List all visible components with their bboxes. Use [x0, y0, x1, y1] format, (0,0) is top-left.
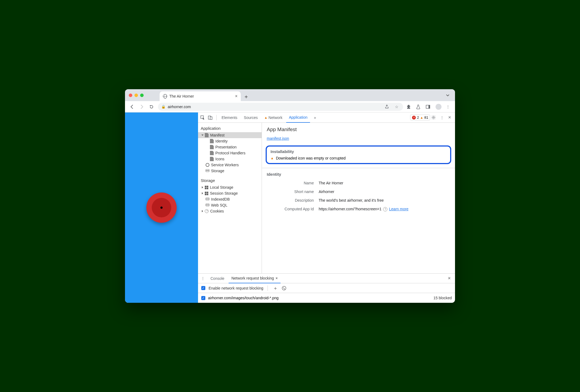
close-devtools-button[interactable]: ×	[446, 115, 453, 120]
cookie-icon	[205, 209, 209, 213]
svg-rect-4	[210, 117, 212, 119]
sidebar-item-protocol-handlers[interactable]: Protocol Handlers	[198, 150, 262, 156]
blocked-count: 15 blocked	[433, 296, 452, 300]
add-pattern-button[interactable]: ＋	[272, 285, 279, 291]
warning-icon: ▲	[264, 116, 268, 119]
browser-tab[interactable]: The Air Horner ×	[160, 91, 241, 101]
more-tabs-button[interactable]: »	[311, 112, 319, 123]
disclosure-triangle-icon	[202, 210, 203, 212]
extensions-icon[interactable]	[406, 104, 413, 109]
help-icon[interactable]: ?	[383, 207, 387, 211]
issues-badge[interactable]: ×2 ▲81	[410, 115, 430, 120]
sidebar-item-presentation[interactable]: Presentation	[198, 144, 262, 150]
error-icon: ×	[412, 116, 416, 119]
installability-section: Installability ▲ Downloaded icon was emp…	[266, 145, 451, 164]
close-drawer-tab-button[interactable]: ×	[276, 276, 278, 280]
labs-icon[interactable]	[416, 104, 423, 109]
file-icon	[210, 139, 214, 143]
field-value-description: The world's best airhorner, and it's fre…	[319, 198, 384, 202]
sidebar-item-identity[interactable]: Identity	[198, 138, 262, 144]
file-icon	[210, 157, 214, 161]
share-icon[interactable]	[385, 105, 391, 109]
profile-avatar[interactable]	[436, 104, 441, 110]
database-icon	[206, 169, 209, 172]
airhorn-button[interactable]	[146, 192, 177, 223]
database-icon	[206, 204, 209, 207]
back-button[interactable]	[129, 104, 135, 109]
file-icon	[210, 145, 214, 149]
remove-all-patterns-button[interactable]	[282, 286, 286, 290]
new-tab-button[interactable]: ＋	[243, 93, 249, 100]
address-bar: 🔒 airhorner.com ☆ ⋮	[125, 101, 455, 112]
field-label-description: Description	[267, 198, 319, 202]
installability-message: Downloaded icon was empty or corrupted	[276, 156, 346, 160]
field-value-name: The Air Horner	[319, 181, 343, 185]
settings-icon[interactable]	[431, 115, 438, 120]
close-tab-button[interactable]: ×	[235, 94, 238, 99]
drawer-tab-strip: ⋮ Console Network request blocking× ×	[198, 274, 455, 283]
minimize-window-button[interactable]	[134, 94, 138, 97]
warning-icon: ▲	[420, 116, 423, 119]
sidebar-item-indexeddb[interactable]: IndexedDB	[198, 196, 262, 202]
reload-button[interactable]	[148, 104, 155, 109]
disclosure-triangle-icon	[202, 186, 203, 188]
block-pattern-row[interactable]: ✓ airhorner.com/images/touch/android-*.p…	[198, 293, 455, 303]
drawer-tab-console[interactable]: Console	[208, 274, 227, 283]
lock-icon: 🔒	[161, 105, 166, 109]
tab-network[interactable]: ▲Network	[262, 112, 285, 123]
devtools-body: Application Manifest Identity Presentati…	[198, 123, 455, 273]
sidebar-item-local-storage[interactable]: Local Storage	[198, 184, 262, 190]
close-drawer-button[interactable]: ×	[445, 275, 453, 281]
manifest-link[interactable]: manifest.json	[267, 136, 289, 141]
devtools-panel: Elements Sources ▲Network Application » …	[198, 112, 455, 303]
warning-icon: ▲	[271, 156, 274, 160]
svg-point-5	[433, 117, 434, 118]
browser-window: The Air Horner × ＋ 🔒 airhorner.com ☆ ⋮	[125, 89, 455, 303]
page-viewport	[125, 112, 198, 303]
enable-blocking-checkbox[interactable]: ✓	[201, 286, 205, 290]
file-icon	[205, 133, 209, 137]
drawer-tab-network-blocking[interactable]: Network request blocking×	[229, 274, 280, 283]
forward-button[interactable]	[139, 104, 145, 109]
disclosure-triangle-icon	[202, 135, 204, 136]
bookmark-icon[interactable]: ☆	[393, 105, 400, 109]
field-value-app-id: https://airhorner.com/?homescreen=1?Lear…	[319, 207, 408, 211]
omnibox[interactable]: 🔒 airhorner.com ☆	[158, 103, 403, 111]
svg-rect-1	[429, 105, 430, 108]
learn-more-link[interactable]: Learn more	[389, 207, 408, 211]
globe-icon	[163, 94, 167, 98]
device-toolbar-icon[interactable]	[208, 115, 214, 120]
gear-icon	[206, 163, 209, 167]
pattern-enabled-checkbox[interactable]: ✓	[201, 296, 205, 300]
storage-icon	[205, 186, 208, 189]
sidebar-item-service-workers[interactable]: Service Workers	[198, 162, 262, 168]
identity-section: Identity NameThe Air Horner Short nameAi…	[262, 168, 455, 217]
maximize-window-button[interactable]	[140, 94, 144, 97]
field-label-name: Name	[267, 181, 319, 185]
sidebar-item-icons[interactable]: Icons	[198, 156, 262, 162]
enable-blocking-label: Enable network request blocking	[209, 286, 263, 290]
devtools-drawer: ⋮ Console Network request blocking× × ✓ …	[198, 273, 455, 303]
pattern-text: airhorner.com/images/touch/android-*.png	[208, 296, 279, 300]
sidebar-item-session-storage[interactable]: Session Storage	[198, 190, 262, 196]
identity-heading: Identity	[267, 172, 450, 177]
sidebar-item-storage[interactable]: Storage	[198, 168, 262, 174]
sidebar-item-manifest[interactable]: Manifest	[198, 132, 262, 138]
devtools-menu-button[interactable]: ⋮	[439, 115, 445, 120]
tab-elements[interactable]: Elements	[219, 112, 240, 123]
sidebar-item-websql[interactable]: Web SQL	[198, 202, 262, 208]
tab-application[interactable]: Application	[286, 112, 310, 123]
manifest-main-panel: App Manifest manifest.json Installabilit…	[262, 123, 455, 273]
disclosure-triangle-icon	[202, 192, 203, 194]
chrome-menu-button[interactable]: ⋮	[445, 105, 451, 109]
tabs-dropdown-button[interactable]	[446, 93, 450, 97]
side-panel-icon[interactable]	[426, 105, 432, 109]
drawer-menu-button[interactable]: ⋮	[200, 276, 206, 281]
window-controls	[129, 94, 144, 97]
inspect-element-icon[interactable]	[200, 115, 207, 120]
tab-sources[interactable]: Sources	[241, 112, 260, 123]
close-window-button[interactable]	[129, 94, 132, 97]
file-icon	[210, 151, 214, 155]
sidebar-item-cookies[interactable]: Cookies	[198, 208, 262, 214]
content-area: Elements Sources ▲Network Application » …	[125, 112, 455, 303]
